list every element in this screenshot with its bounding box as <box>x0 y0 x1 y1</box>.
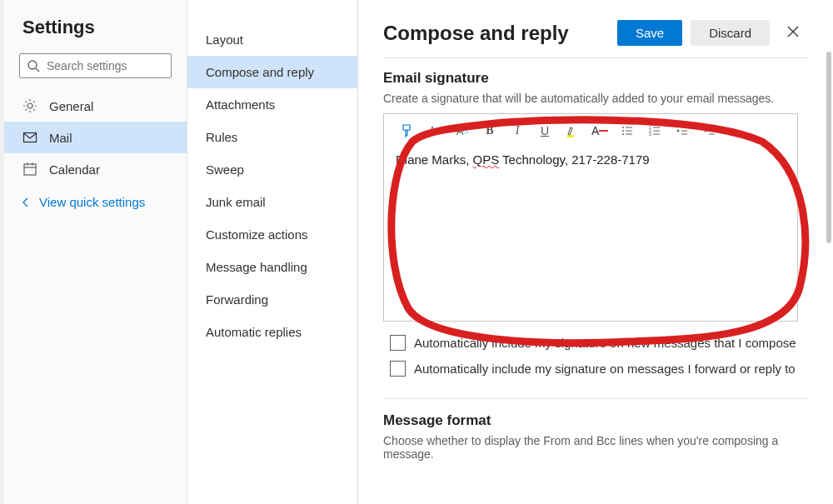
page-title: Compose and reply <box>383 22 569 45</box>
mid-item-customize-actions[interactable]: Customize actions <box>187 218 357 251</box>
font-size-icon[interactable]: A◇ <box>454 122 471 139</box>
main-panel: Compose and reply Save Discard Email sig… <box>358 0 833 504</box>
editor-toolbar: AA A◇ B I U A 123 <box>384 114 797 147</box>
signature-text-spell: QPS <box>473 152 500 167</box>
svg-line-1 <box>36 68 39 72</box>
italic-button[interactable]: I <box>509 122 526 139</box>
mid-item-forwarding[interactable]: Forwarding <box>187 283 357 316</box>
auto-signature-reply-checkbox[interactable]: Automatically include my signature on me… <box>390 356 808 382</box>
signature-editor[interactable]: AA A◇ B I U A 123 Diane Marks, QPS Techn… <box>383 113 798 322</box>
signature-text-post: Technology, 217-228-7179 <box>499 152 649 167</box>
divider <box>383 398 808 399</box>
svg-point-12 <box>622 130 624 132</box>
nav-label: Calendar <box>49 162 100 177</box>
close-button[interactable] <box>778 20 808 46</box>
nav-general[interactable]: General <box>4 90 187 122</box>
nav-calendar[interactable]: Calendar <box>4 153 187 185</box>
signature-text-area[interactable]: Diane Marks, QPS Technology, 217-228-717… <box>384 147 797 172</box>
quick-settings-label: View quick settings <box>39 195 145 209</box>
numbered-list-icon[interactable]: 123 <box>646 122 663 139</box>
font-color-icon[interactable]: A <box>591 122 608 139</box>
message-format-heading: Message format <box>383 412 808 429</box>
svg-point-2 <box>27 103 32 108</box>
gear-icon <box>22 98 37 113</box>
format-painter-icon[interactable] <box>399 122 416 139</box>
svg-point-11 <box>622 127 624 128</box>
divider <box>383 57 808 58</box>
svg-rect-4 <box>24 164 36 175</box>
email-signature-desc: Create a signature that will be automati… <box>383 92 808 105</box>
mid-item-layout[interactable]: Layout <box>187 23 357 56</box>
discard-button[interactable]: Discard <box>691 20 770 46</box>
checkbox-label: Automatically include my signature on me… <box>414 362 796 376</box>
indent-icon[interactable] <box>701 122 718 139</box>
font-family-icon[interactable]: AA <box>426 122 443 139</box>
mid-item-junk-email[interactable]: Junk email <box>187 186 357 218</box>
settings-sidebar: Settings General Mail Calendar View quic… <box>4 0 187 504</box>
scrollbar[interactable] <box>826 52 831 243</box>
search-icon <box>27 59 40 72</box>
close-icon <box>786 25 800 38</box>
calendar-icon <box>22 162 37 177</box>
mid-item-compose-reply[interactable]: Compose and reply <box>187 56 357 88</box>
auto-signature-new-checkbox[interactable]: Automatically include my signature on ne… <box>390 330 808 356</box>
chevron-left-icon <box>21 197 31 207</box>
mid-item-rules[interactable]: Rules <box>187 121 357 153</box>
nav-label: General <box>49 99 93 113</box>
search-input-wrapper[interactable] <box>19 53 172 78</box>
view-quick-settings-link[interactable]: View quick settings <box>4 185 187 219</box>
mid-item-message-handling[interactable]: Message handling <box>187 251 357 283</box>
checkbox-icon[interactable] <box>390 361 406 377</box>
settings-category-list: Layout Compose and reply Attachments Rul… <box>187 0 358 504</box>
underline-button[interactable]: U <box>536 122 553 139</box>
settings-title: Settings <box>4 17 187 53</box>
signature-text-pre: Diane Marks, <box>396 152 473 167</box>
svg-point-13 <box>622 133 624 135</box>
svg-point-0 <box>28 61 37 69</box>
mid-item-attachments[interactable]: Attachments <box>187 88 357 121</box>
bold-button[interactable]: B <box>481 122 498 139</box>
nav-label: Mail <box>49 131 72 145</box>
bullet-list-icon[interactable] <box>619 122 636 139</box>
save-button[interactable]: Save <box>617 20 682 46</box>
email-signature-heading: Email signature <box>383 70 808 87</box>
message-format-desc: Choose whether to display the From and B… <box>383 434 808 461</box>
outdent-icon[interactable] <box>674 122 691 139</box>
search-input[interactable] <box>47 59 192 72</box>
checkbox-label: Automatically include my signature on ne… <box>414 336 796 350</box>
checkbox-icon[interactable] <box>390 335 406 351</box>
highlight-icon[interactable] <box>564 122 581 139</box>
mid-item-automatic-replies[interactable]: Automatic replies <box>187 316 357 348</box>
mail-icon <box>22 130 37 145</box>
svg-text:3: 3 <box>649 132 651 137</box>
nav-mail[interactable]: Mail <box>4 122 187 153</box>
mid-item-sweep[interactable]: Sweep <box>187 153 357 186</box>
